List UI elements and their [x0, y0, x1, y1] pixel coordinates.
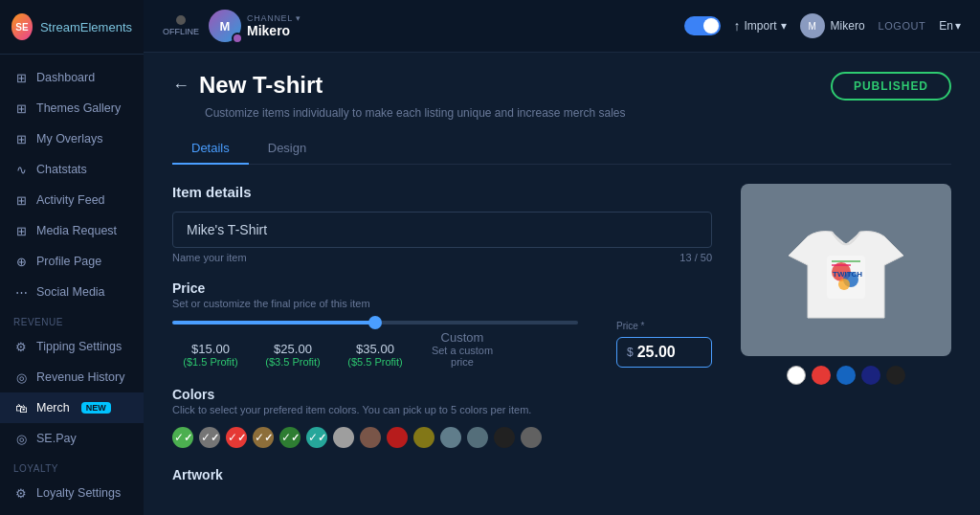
price-option-custom[interactable]: Custom Set a custom price — [419, 330, 505, 368]
color-dot-darkbrown[interactable] — [360, 427, 381, 448]
colors-hint: Click to select your prefered item color… — [172, 404, 712, 415]
sidebar-item-label: Social Media — [36, 285, 105, 299]
product-image: TWITCH — [741, 184, 951, 356]
price-currency: $ — [627, 346, 634, 359]
revenue-section-label: Revenue — [0, 307, 144, 331]
item-details-left: Item details Name your item 13 / 50 Pric… — [172, 184, 712, 484]
input-hint: Name your item 13 / 50 — [172, 252, 712, 263]
channel-name: Mikero — [247, 23, 301, 38]
sidebar-item-label: Tipping Settings — [36, 340, 122, 353]
color-dot-charcoal[interactable] — [521, 427, 542, 448]
logo-text: StreamElements — [40, 20, 132, 34]
price-option-25[interactable]: $25.00 ($3.5 Profit) — [255, 342, 331, 368]
price-option-15[interactable]: $15.00 ($1.5 Profit) — [172, 342, 249, 368]
language-button[interactable]: En ▾ — [939, 19, 961, 33]
price-label: Price — [172, 280, 712, 296]
colors-label: Colors — [172, 387, 712, 402]
color-dot-teal[interactable]: ✓ — [306, 427, 327, 448]
product-image-wrap: TWITCH — [741, 184, 951, 356]
color-dot-green[interactable]: ✓ — [172, 427, 193, 448]
sidebar-item-label: Revenue History — [36, 370, 124, 384]
color-dot-silver[interactable] — [333, 427, 354, 448]
sidebar-item-media-request[interactable]: ⊞ Media Request — [0, 215, 144, 246]
se-pay-icon: ◎ — [13, 431, 29, 446]
content-area: ← New T-shirt PUBLISHED Customize items … — [144, 53, 980, 515]
sidebar-item-themes-gallery[interactable]: ⊞ Themes Gallery — [0, 93, 144, 123]
swatch-white[interactable] — [787, 366, 806, 385]
sidebar-item-social-media[interactable]: ⋯ Social Media — [0, 277, 144, 307]
import-button[interactable]: ↑ Import ▾ — [734, 18, 787, 34]
sidebar-item-dashboard[interactable]: ⊞ Dashboard — [0, 62, 144, 93]
price-thumb[interactable] — [368, 316, 382, 329]
published-button[interactable]: PUBLISHED — [831, 72, 951, 101]
color-dot-black[interactable] — [494, 427, 515, 448]
price-option-35[interactable]: $35.00 ($5.5 Profit) — [337, 342, 413, 368]
color-dot-red[interactable]: ✓ — [226, 427, 247, 448]
offline-badge: OFFLINE — [163, 15, 199, 36]
sidebar-item-label: Merch — [36, 401, 70, 414]
back-button[interactable]: ← — [172, 76, 189, 96]
sidebar-item-activity-feed[interactable]: ⊞ Activity Feed — [0, 185, 144, 215]
sidebar-item-label: Chatstats — [36, 163, 87, 176]
sidebar-nav: ⊞ Dashboard ⊞ Themes Gallery ⊞ My Overla… — [0, 55, 144, 515]
sidebar-item-label: SE.Pay — [36, 432, 77, 445]
sidebar-item-my-overlays[interactable]: ⊞ My Overlays — [0, 123, 144, 154]
sidebar-item-merch[interactable]: 🛍 Merch NEW — [0, 392, 144, 423]
toggle-switch[interactable] — [684, 16, 721, 35]
color-dot-brown[interactable]: ✓ — [253, 427, 274, 448]
channel-name-wrap: CHANNEL ▾ Mikero — [247, 13, 301, 38]
offline-label: OFFLINE — [163, 27, 199, 36]
svg-point-3 — [838, 279, 850, 290]
color-dot-gray[interactable]: ✓ — [199, 427, 220, 448]
swatch-navy[interactable] — [861, 366, 880, 385]
swatch-blue[interactable] — [836, 366, 856, 385]
color-dot-darkgreen[interactable]: ✓ — [279, 427, 301, 448]
loyalty-section-label: Loyalty — [0, 454, 144, 478]
logout-button[interactable]: LOGOUT — [879, 20, 926, 32]
chevron-down-icon: ▾ — [955, 19, 961, 33]
sidebar-item-profile-page[interactable]: ⊕ Profile Page — [0, 246, 144, 277]
svg-text:TWITCH: TWITCH — [833, 270, 862, 279]
swatch-black[interactable] — [886, 366, 905, 385]
color-dot-darkred[interactable] — [387, 427, 408, 448]
profile-icon: ⊕ — [13, 254, 29, 269]
user-info: M Mikero — [800, 13, 865, 38]
swatch-red[interactable] — [812, 366, 831, 385]
color-dot-olive[interactable] — [413, 427, 434, 448]
overlays-icon: ⊞ — [13, 131, 29, 146]
tab-details[interactable]: Details — [172, 133, 249, 165]
sidebar-item-loyalty-settings[interactable]: ⚙ Loyalty Settings — [0, 478, 144, 508]
artwork-section: Artwork — [172, 467, 712, 482]
sidebar-item-label: Media Request — [36, 224, 117, 237]
topbar: OFFLINE M CHANNEL ▾ Mikero ↑ Import — [144, 0, 980, 53]
item-details-right: TWITCH — [741, 184, 951, 385]
price-track[interactable] — [172, 321, 578, 325]
svg-rect-5 — [832, 264, 851, 266]
price-value-input[interactable] — [637, 344, 695, 361]
color-dots: ✓ ✓ ✓ ✓ ✓ ✓ — [172, 427, 712, 448]
user-name: Mikero — [831, 19, 865, 33]
color-dot-slategray[interactable] — [467, 427, 488, 448]
sidebar-item-tipping-settings[interactable]: ⚙ Tipping Settings — [0, 331, 144, 362]
item-name-input[interactable] — [172, 212, 712, 248]
item-details-title: Item details — [172, 184, 712, 200]
chatstats-icon: ∿ — [13, 162, 29, 177]
price-hint: Set or customize the final price of this… — [172, 298, 712, 309]
color-dot-steelblue[interactable] — [440, 427, 461, 448]
offline-dot — [176, 15, 186, 25]
sidebar-item-label: Activity Feed — [36, 193, 105, 207]
sidebar-item-revenue-history[interactable]: ◎ Revenue History — [0, 362, 144, 392]
social-icon: ⋯ — [13, 284, 29, 300]
main-content: OFFLINE M CHANNEL ▾ Mikero ↑ Import — [144, 0, 980, 515]
price-input-wrap[interactable]: $ — [616, 337, 712, 368]
sidebar-item-se-pay[interactable]: ◎ SE.Pay — [0, 423, 144, 454]
import-icon: ↑ — [734, 18, 741, 34]
item-details-grid: Item details Name your item 13 / 50 Pric… — [172, 184, 951, 484]
sidebar-item-chatstats[interactable]: ∿ Chatstats — [0, 154, 144, 185]
page-title-wrap: ← New T-shirt — [172, 72, 323, 99]
tipping-icon: ⚙ — [13, 339, 29, 354]
tab-design[interactable]: Design — [249, 133, 325, 165]
chevron-down-icon: ▾ — [781, 19, 787, 33]
logo: SE StreamElements — [0, 0, 144, 55]
sidebar-item-label: Themes Gallery — [36, 101, 121, 115]
